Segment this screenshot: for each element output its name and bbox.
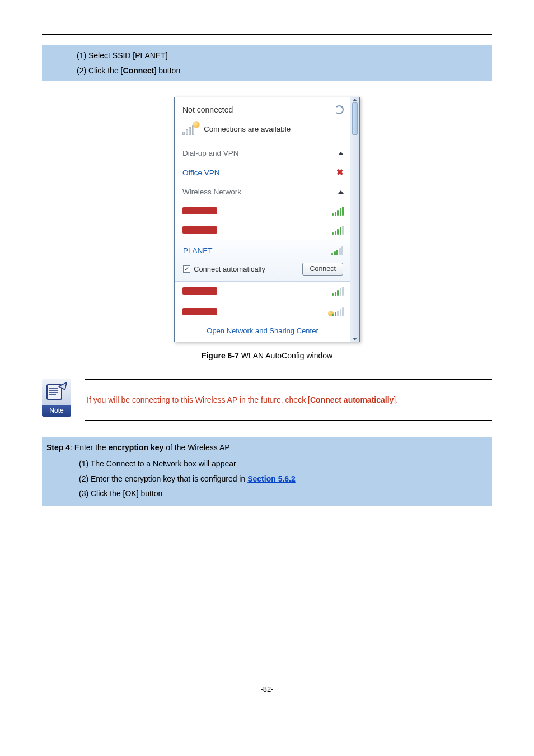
disconnect-x-icon: ✖ bbox=[336, 167, 344, 178]
dialup-vpn-label: Dial-up and VPN bbox=[182, 149, 239, 157]
open-network-center-link[interactable]: Open Network and Sharing Center bbox=[207, 326, 318, 335]
connections-available-text: Connections are available bbox=[204, 125, 291, 133]
figure-caption-text: WLAN AutoConfig window bbox=[239, 351, 332, 360]
section-562-link[interactable]: Section 5.6.2 bbox=[247, 474, 296, 483]
step4-item-1: (1) The Connect to a Network box will ap… bbox=[79, 456, 492, 472]
step4-item-3: (3) Click the [OK] button bbox=[79, 486, 492, 501]
wireless-network-label: Wireless Network bbox=[182, 188, 241, 196]
document-page: (1) Select SSID [PLANET] (2) Click the [… bbox=[0, 0, 534, 716]
signal-strength-icon bbox=[332, 207, 344, 216]
redacted-ssid bbox=[182, 308, 217, 315]
connect-button[interactable]: Connect bbox=[302, 263, 343, 276]
chevron-up-icon bbox=[338, 190, 344, 194]
note-bold: Connect automatically bbox=[310, 395, 394, 404]
office-vpn-label: Office VPN bbox=[182, 169, 220, 177]
scroll-thumb[interactable] bbox=[352, 102, 358, 135]
top-rule bbox=[42, 34, 492, 35]
instruction-block-step4: Step 4: Enter the encryption key of the … bbox=[42, 437, 492, 506]
signal-strength-icon bbox=[332, 226, 344, 235]
step4-end: of the Wireless AP bbox=[163, 443, 229, 452]
dialup-vpn-header[interactable]: Dial-up and VPN bbox=[175, 144, 350, 163]
step-2-pre: (2) Click the [ bbox=[77, 66, 123, 75]
note-icon-cell: Note bbox=[42, 379, 71, 421]
refresh-icon[interactable] bbox=[335, 105, 344, 114]
figure-caption-bold: Figure 6-7 bbox=[202, 351, 239, 360]
network-item-redacted-1[interactable] bbox=[175, 202, 350, 221]
chevron-up-icon bbox=[338, 152, 344, 155]
not-connected-label: Not connected bbox=[182, 105, 233, 114]
figure-wrap: Not connected Connections are available … bbox=[42, 97, 492, 360]
network-item-redacted-2[interactable] bbox=[175, 221, 350, 240]
connect-automatically-label: Connect automatically bbox=[194, 265, 265, 273]
instruction-block-1: (1) Select SSID [PLANET] (2) Click the [… bbox=[42, 45, 492, 81]
connect-btn-rest: onnect bbox=[315, 265, 336, 273]
step4-mid: : Enter the bbox=[70, 443, 108, 452]
step4-bold2: encryption key bbox=[109, 443, 164, 452]
step4-item-2-pre: (2) Enter the encryption key that is con… bbox=[79, 474, 247, 483]
step4-item-2: (2) Enter the encryption key that is con… bbox=[79, 472, 492, 487]
redacted-ssid bbox=[182, 287, 217, 295]
network-status-icon bbox=[182, 123, 198, 135]
network-item-redacted-4[interactable] bbox=[175, 301, 350, 320]
connections-available-row: Connections are available bbox=[175, 119, 350, 143]
redacted-ssid bbox=[182, 207, 217, 214]
wireless-network-header[interactable]: Wireless Network bbox=[175, 183, 350, 202]
status-row: Not connected bbox=[175, 97, 350, 119]
signal-strength-icon bbox=[331, 246, 343, 255]
note-post: ]. bbox=[394, 395, 398, 404]
network-item-planet-selected[interactable]: PLANET ✓ Connect automatically Con bbox=[175, 240, 350, 282]
step-2-post: ] button bbox=[154, 66, 180, 75]
page-number: -82- bbox=[42, 685, 492, 693]
note-text: If you will be connecting to this Wirele… bbox=[87, 395, 398, 404]
step4-title: Step 4: Enter the encryption key of the … bbox=[44, 442, 492, 456]
signal-strength-icon bbox=[332, 307, 344, 316]
note-badge-label: Note bbox=[42, 405, 71, 417]
step-1-text: (1) Select SSID [PLANET] bbox=[77, 48, 492, 63]
scrollbar[interactable] bbox=[350, 97, 359, 342]
connect-automatically-checkbox[interactable]: ✓ bbox=[183, 265, 190, 273]
note-pre: If you will be connecting to this Wirele… bbox=[87, 395, 310, 404]
signal-strength-icon bbox=[332, 287, 344, 296]
step-2-line: (2) Click the [Connect] button bbox=[77, 63, 492, 78]
scroll-down-icon[interactable] bbox=[353, 338, 357, 340]
note-icon bbox=[42, 379, 71, 405]
scroll-up-icon[interactable] bbox=[353, 99, 357, 101]
planet-ssid-label: PLANET bbox=[183, 246, 213, 255]
step-2-bold: Connect bbox=[123, 66, 154, 75]
step4-label: Step 4 bbox=[46, 443, 70, 452]
note-row: Note If you will be connecting to this W… bbox=[42, 379, 492, 421]
network-item-redacted-3[interactable] bbox=[175, 282, 350, 301]
office-vpn-row[interactable]: Office VPN ✖ bbox=[175, 163, 350, 183]
redacted-ssid bbox=[182, 226, 217, 234]
wlan-autoconfig-window: Not connected Connections are available … bbox=[174, 97, 360, 342]
figure-caption: Figure 6-7 WLAN AutoConfig window bbox=[42, 351, 492, 360]
